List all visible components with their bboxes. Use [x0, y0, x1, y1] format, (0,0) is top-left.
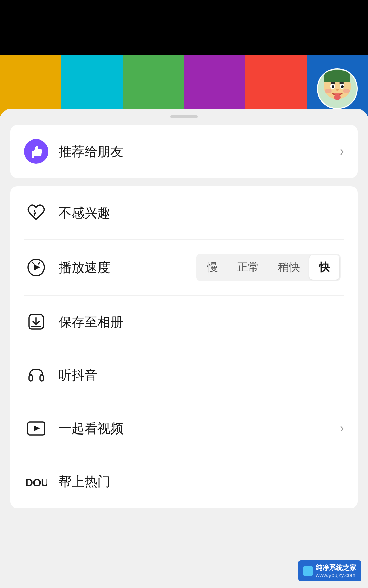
avatar-image	[318, 69, 357, 108]
thumbs-up-icon	[29, 145, 43, 158]
color-bar-cyan	[61, 55, 123, 116]
help-trending-label: 帮上热门	[59, 473, 344, 490]
speed-slow-btn[interactable]: 慢	[198, 255, 228, 280]
svg-point-10	[334, 94, 341, 100]
svg-point-11	[325, 89, 332, 93]
speed-controls: 慢 正常 稍快 快	[196, 254, 341, 281]
thumbs-up-icon-bg	[24, 139, 48, 164]
help-trending-item[interactable]: DOU+ 帮上热门	[10, 455, 358, 508]
save-album-item[interactable]: 保存至相册	[10, 295, 358, 349]
save-album-label: 保存至相册	[59, 313, 344, 331]
avatar	[317, 68, 358, 109]
svg-line-15	[32, 262, 34, 264]
speed-normal-btn[interactable]: 正常	[228, 255, 269, 280]
video-area	[0, 0, 368, 116]
svg-rect-21	[40, 375, 43, 381]
recommend-arrow-icon: ›	[340, 144, 344, 159]
play-speed-item[interactable]: 播放速度 慢 正常 稍快 快	[10, 239, 358, 295]
watch-together-item[interactable]: 一起看视频 ›	[10, 402, 358, 455]
dou-logo-icon: DOU+	[24, 469, 48, 494]
svg-marker-14	[34, 264, 40, 270]
watermark-text: 纯净系统之家 www.youjzy.com	[316, 563, 356, 578]
svg-text:DOU+: DOU+	[25, 476, 47, 489]
svg-line-16	[38, 262, 40, 264]
svg-point-9	[336, 89, 339, 91]
recommend-item[interactable]: 推荐给朋友 ›	[10, 125, 358, 178]
listen-douyin-label: 听抖音	[59, 367, 344, 384]
svg-point-5	[332, 85, 334, 88]
color-bar-red	[245, 55, 307, 116]
recommend-label: 推荐给朋友	[59, 143, 340, 160]
watch-together-arrow-icon: ›	[340, 421, 344, 436]
recommend-card: 推荐给朋友 ›	[10, 125, 358, 178]
not-interested-item[interactable]: 不感兴趣	[10, 186, 358, 239]
svg-point-6	[341, 85, 344, 88]
watermark: 纯净系统之家 www.youjzy.com	[298, 560, 361, 581]
heart-broken-icon	[24, 201, 48, 225]
play-speed-icon	[24, 255, 48, 280]
svg-rect-7	[331, 82, 335, 84]
watch-together-icon	[24, 416, 48, 441]
play-speed-label: 播放速度	[59, 259, 196, 276]
download-icon	[24, 310, 48, 334]
color-bar-purple	[184, 55, 245, 116]
svg-point-12	[343, 89, 350, 93]
watermark-icon	[303, 566, 313, 576]
not-interested-label: 不感兴趣	[59, 204, 344, 222]
svg-marker-23	[34, 425, 40, 431]
recommend-icon-container	[24, 139, 48, 164]
color-bar-green	[123, 55, 184, 116]
bottom-sheet: 推荐给朋友 › 不感兴趣	[0, 109, 368, 588]
color-bar-yellow	[0, 55, 61, 116]
speed-fast-btn[interactable]: 快	[309, 255, 339, 280]
headphones-icon	[24, 363, 48, 387]
svg-rect-2	[324, 75, 350, 82]
speed-slightly-fast-btn[interactable]: 稍快	[269, 255, 309, 280]
watch-together-label: 一起看视频	[59, 420, 340, 437]
svg-rect-8	[339, 82, 344, 84]
color-bars	[0, 55, 368, 116]
listen-douyin-item[interactable]: 听抖音	[10, 349, 358, 402]
menu-card: 不感兴趣 播放速度 慢 正常 稍快 快	[10, 186, 358, 508]
svg-rect-20	[29, 375, 32, 381]
drag-handle[interactable]	[170, 115, 198, 118]
